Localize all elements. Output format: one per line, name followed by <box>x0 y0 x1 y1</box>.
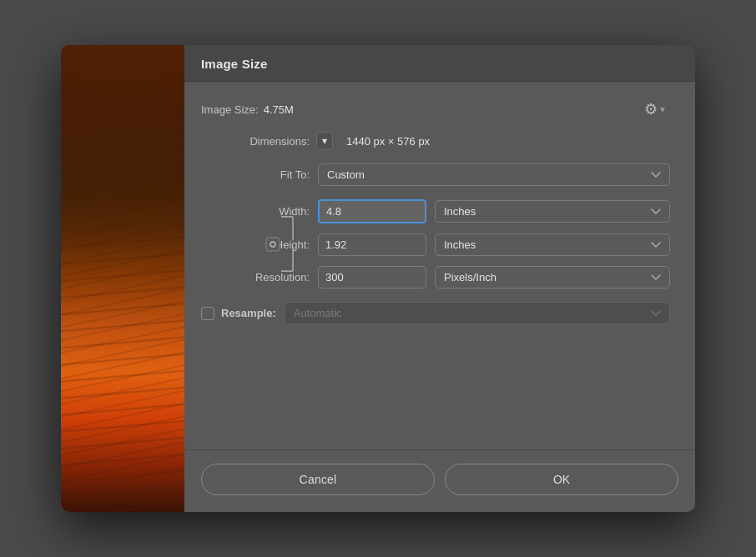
height-unit-select[interactable]: Inches Pixels Centimeters Millimeters <box>435 233 670 256</box>
dialog-title: Image Size <box>201 57 678 71</box>
dimensions-label: Dimensions: <box>201 135 310 148</box>
dimensions-value: 1440 px × 576 px <box>346 135 430 148</box>
linked-section: Width: Inches Pixels Centimeters Millime… <box>201 199 670 289</box>
image-size-value: 4.75M <box>264 103 294 116</box>
fit-to-label: Fit To: <box>201 168 310 181</box>
dialog-footer: Cancel OK <box>184 449 695 512</box>
fit-to-select[interactable]: Custom Default Photoshop Size US Paper I… <box>318 163 670 186</box>
image-size-label: Image Size: <box>201 103 259 116</box>
chevron-down-icon: ▾ <box>322 135 327 147</box>
resolution-unit-select[interactable]: Pixels/Inch Pixels/Centimeter <box>435 266 670 289</box>
ok-button[interactable]: OK <box>445 464 678 495</box>
image-size-row: Image Size: 4.75M ⚙ ▼ <box>201 98 670 120</box>
width-input[interactable] <box>318 199 426 223</box>
fit-to-row: Fit To: Custom Default Photoshop Size US… <box>201 163 670 186</box>
link-icon[interactable] <box>264 235 282 253</box>
width-unit-select[interactable]: Inches Pixels Centimeters Millimeters Po… <box>435 200 670 223</box>
gear-dropdown-arrow: ▼ <box>658 105 667 114</box>
gear-button[interactable]: ⚙ ▼ <box>641 98 670 120</box>
resample-checkbox[interactable] <box>201 307 214 320</box>
resample-row: Resample: Automatic Preserve Details Bic… <box>201 302 670 324</box>
resample-label[interactable]: Resample: <box>221 307 276 319</box>
gear-icon: ⚙ <box>644 100 658 118</box>
dimensions-dropdown[interactable]: ▾ <box>316 132 333 150</box>
cancel-button[interactable]: Cancel <box>201 464 435 495</box>
dimensions-row: Dimensions: ▾ 1440 px × 576 px <box>201 132 670 150</box>
image-size-left: Image Size: 4.75M <box>201 103 294 116</box>
dialog-content: Image Size Image Size: 4.75M ⚙ ▼ Dimensi… <box>184 45 695 512</box>
svg-rect-4 <box>266 238 280 251</box>
resolution-input[interactable] <box>318 266 426 289</box>
image-size-dialog: Image Size Image Size: 4.75M ⚙ ▼ Dimensi… <box>61 45 695 512</box>
title-bar: Image Size <box>184 45 695 82</box>
spacer <box>201 341 670 433</box>
preview-image <box>61 45 184 512</box>
resample-method-select: Automatic Preserve Details Bicubic Smoot… <box>285 302 670 324</box>
form-area: Image Size: 4.75M ⚙ ▼ Dimensions: ▾ 1440… <box>184 82 695 449</box>
height-input[interactable] <box>318 233 426 256</box>
